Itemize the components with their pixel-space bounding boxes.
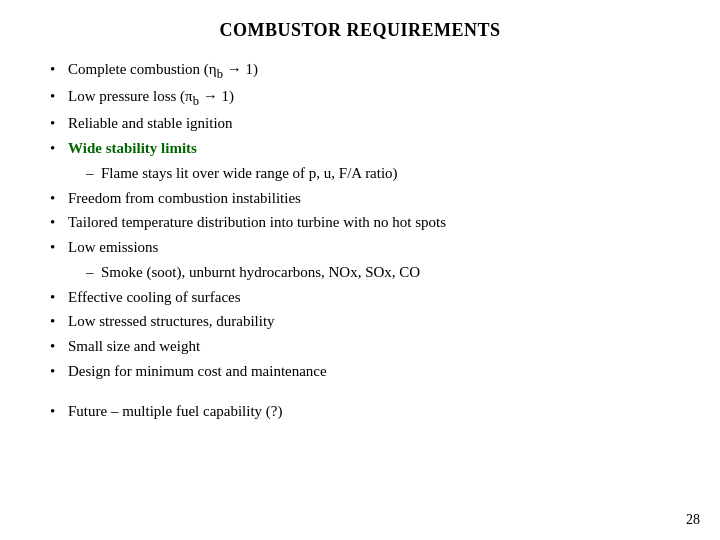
requirements-list-3: • Effective cooling of surfaces • Low st… (50, 287, 680, 383)
list-item: • Design for minimum cost and maintenanc… (50, 361, 680, 383)
item-text: Low stressed structures, durability (68, 311, 680, 333)
sub-item: – Smoke (soot), unburnt hydrocarbons, NO… (50, 262, 680, 284)
item-text: Tailored temperature distribution into t… (68, 212, 680, 234)
main-content: • Complete combustion (ηb → 1) • Low pre… (40, 59, 680, 422)
item-text-highlight: Wide stability limits (68, 138, 680, 160)
bullet-icon: • (50, 59, 68, 81)
future-item-text: Future – multiple fuel capability (?) (68, 401, 680, 423)
bullet-icon: • (50, 212, 68, 234)
list-item: • Future – multiple fuel capability (?) (50, 401, 680, 423)
item-text: Effective cooling of surfaces (68, 287, 680, 309)
item-text: Complete combustion (ηb → 1) (68, 59, 680, 83)
requirements-list-2: • Freedom from combustion instabilities … (50, 188, 680, 259)
item-text: Low pressure loss (πb → 1) (68, 86, 680, 110)
bullet-icon: • (50, 401, 68, 423)
bullet-icon: • (50, 287, 68, 309)
sub-item: – Flame stays lit over wide range of p, … (50, 163, 680, 185)
list-item: • Small size and weight (50, 336, 680, 358)
page: COMBUSTOR REQUIREMENTS • Complete combus… (0, 0, 720, 540)
page-number: 28 (686, 512, 700, 528)
list-item: • Low emissions (50, 237, 680, 259)
future-list: • Future – multiple fuel capability (?) (50, 401, 680, 423)
bullet-icon: • (50, 138, 68, 160)
list-item: • Complete combustion (ηb → 1) (50, 59, 680, 83)
future-section: • Future – multiple fuel capability (?) (50, 401, 680, 423)
item-text: Low emissions (68, 237, 680, 259)
bullet-icon: • (50, 113, 68, 135)
list-item: • Freedom from combustion instabilities (50, 188, 680, 210)
item-text: Reliable and stable ignition (68, 113, 680, 135)
list-item: • Tailored temperature distribution into… (50, 212, 680, 234)
bullet-icon: • (50, 311, 68, 333)
list-item: • Effective cooling of surfaces (50, 287, 680, 309)
list-item-highlighted: • Wide stability limits (50, 138, 680, 160)
bullet-icon: • (50, 188, 68, 210)
bullet-icon: • (50, 336, 68, 358)
bullet-icon: • (50, 86, 68, 108)
list-item: • Low stressed structures, durability (50, 311, 680, 333)
item-text: Small size and weight (68, 336, 680, 358)
requirements-list: • Complete combustion (ηb → 1) • Low pre… (50, 59, 680, 160)
item-text: Design for minimum cost and maintenance (68, 361, 680, 383)
item-text: Freedom from combustion instabilities (68, 188, 680, 210)
list-item: • Low pressure loss (πb → 1) (50, 86, 680, 110)
list-item: • Reliable and stable ignition (50, 113, 680, 135)
bullet-icon: • (50, 237, 68, 259)
page-title: COMBUSTOR REQUIREMENTS (40, 20, 680, 41)
bullet-icon: • (50, 361, 68, 383)
